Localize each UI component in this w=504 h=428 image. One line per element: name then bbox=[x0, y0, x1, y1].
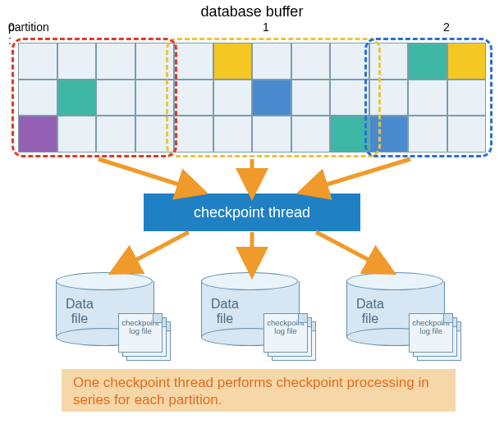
partition-box-0 bbox=[11, 38, 177, 157]
data-file-cylinder-1: Datafile checkpointlog file bbox=[201, 272, 298, 346]
partition-box-1 bbox=[166, 38, 381, 157]
svg-line-2 bbox=[308, 159, 410, 190]
svg-line-3 bbox=[119, 232, 189, 269]
partition-box-2 bbox=[364, 38, 493, 157]
data-file-label: Datafile bbox=[356, 297, 384, 326]
data-file-label: Datafile bbox=[211, 297, 239, 326]
checkpoint-log-stack: checkpointlog file bbox=[409, 313, 461, 361]
svg-line-0 bbox=[99, 159, 197, 190]
checkpoint-log-label: checkpointlog file bbox=[263, 313, 308, 353]
partition-label-1: 1 bbox=[263, 20, 269, 34]
caption-box: One checkpoint thread performs checkpoin… bbox=[62, 369, 456, 412]
partition-labels: partition : 0 1 2 bbox=[0, 20, 504, 37]
checkpoint-log-label: checkpointlog file bbox=[409, 313, 453, 353]
data-file-cylinder-2: Datafile checkpointlog file bbox=[346, 272, 443, 346]
data-file-label: Datafile bbox=[66, 297, 94, 326]
partition-label-2: 2 bbox=[443, 20, 450, 34]
checkpoint-log-label: checkpointlog file bbox=[118, 313, 163, 353]
svg-line-5 bbox=[316, 232, 386, 269]
checkpoint-log-stack: checkpointlog file bbox=[263, 313, 316, 361]
diagram-title: database buffer bbox=[0, 3, 504, 20]
data-file-cylinder-0: Datafile checkpointlog file bbox=[56, 272, 153, 346]
database-buffer-grid bbox=[18, 43, 486, 153]
checkpoint-thread-box: checkpoint thread bbox=[144, 194, 360, 231]
checkpoint-log-stack: checkpointlog file bbox=[118, 313, 171, 361]
